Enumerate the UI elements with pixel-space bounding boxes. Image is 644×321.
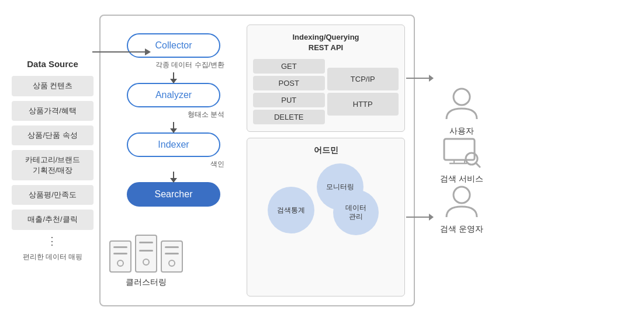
ds-item-4: 카테고리/브랜드 기획전/매장 bbox=[12, 150, 94, 180]
searcher-node: Searcher bbox=[127, 182, 220, 207]
ds-item-2: 상품가격/혜택 bbox=[12, 101, 94, 121]
pipeline-container: Collector 각종 데이터 수집/변환 Analyzer 형태소 분석 I… bbox=[118, 33, 229, 207]
ds-item-6: 매출/추천/클릭 bbox=[12, 210, 94, 229]
method-post: POST bbox=[253, 76, 325, 90]
ds-item-1: 상품 컨텐츠 bbox=[12, 76, 94, 96]
indexing-grid: GET POST PUT DELETE TCP/IP HTTP bbox=[253, 59, 399, 124]
search-service-icon bbox=[441, 137, 482, 169]
indexing-box: Indexing/Querying REST API GET POST PUT … bbox=[247, 25, 405, 132]
api-methods: GET POST PUT DELETE bbox=[253, 59, 325, 124]
ds-dots: ⋮ bbox=[47, 235, 58, 247]
analyzer-label: 형태소 분석 bbox=[188, 110, 224, 120]
user-item-3: 검색 운영자 bbox=[440, 184, 483, 235]
server-unit-1 bbox=[109, 240, 131, 273]
svg-rect-1 bbox=[444, 139, 475, 160]
arrow-2 bbox=[173, 122, 174, 132]
collector-label: 각종 데이터 수집/변환 bbox=[155, 60, 224, 70]
admin-box: 어드민 모니터링 검색통계 데이터 관리 bbox=[247, 138, 405, 296]
indexing-arrow bbox=[406, 75, 434, 82]
analyzer-node: Analyzer bbox=[127, 83, 220, 107]
user-item-1: 사용자 bbox=[444, 86, 479, 137]
user-label-1: 사용자 bbox=[449, 126, 474, 137]
arrow-head bbox=[145, 48, 151, 55]
protocol-http: HTTP bbox=[327, 93, 399, 116]
clustering-area: 클러스터링 bbox=[109, 235, 183, 288]
svg-line-5 bbox=[476, 163, 480, 167]
method-delete: DELETE bbox=[253, 110, 325, 124]
arrow-1 bbox=[173, 72, 174, 83]
main-box: Collector 각종 데이터 수집/변환 Analyzer 형태소 분석 I… bbox=[99, 15, 415, 306]
user-person-icon bbox=[444, 86, 479, 121]
ds-to-collector-arrow bbox=[92, 48, 151, 55]
arrow-line bbox=[92, 51, 145, 53]
data-source-section: Data Source 상품 컨텐츠 상품가격/혜택 상품/단품 속성 카테고리… bbox=[6, 59, 99, 261]
admin-title: 어드민 bbox=[253, 145, 399, 156]
user-label-2: 검색 서비스 bbox=[440, 174, 483, 184]
diagram-wrapper: Data Source 상품 컨텐츠 상품가격/혜택 상품/단품 속성 카테고리… bbox=[0, 0, 644, 321]
ds-item-5: 상품평/만족도 bbox=[12, 185, 94, 205]
method-get: GET bbox=[253, 59, 325, 74]
user-label-3: 검색 운영자 bbox=[440, 224, 483, 235]
admin-arrow bbox=[406, 214, 434, 221]
ds-bottom-label: 편리한 데이터 매핑 bbox=[23, 252, 83, 262]
data-source-title: Data Source bbox=[27, 59, 78, 69]
protocol-col: TCP/IP HTTP bbox=[327, 59, 399, 124]
pipeline-section: Collector 각종 데이터 수집/변환 Analyzer 형태소 분석 I… bbox=[101, 16, 241, 305]
indexer-label: 색인 bbox=[210, 159, 224, 169]
server-icons bbox=[109, 235, 183, 273]
indexing-title: Indexing/Querying REST API bbox=[253, 32, 399, 53]
search-stats-circle: 검색통계 bbox=[268, 187, 314, 233]
operator-person-icon bbox=[444, 184, 479, 219]
clustering-label: 클러스터링 bbox=[126, 277, 167, 288]
server-unit-2 bbox=[135, 235, 157, 273]
svg-point-6 bbox=[453, 187, 470, 203]
admin-circles-area: 모니터링 검색통계 데이터 관리 bbox=[253, 160, 399, 231]
method-put: PUT bbox=[253, 93, 325, 107]
right-section: Indexing/Querying REST API GET POST PUT … bbox=[241, 16, 414, 305]
user-item-2: 검색 서비스 bbox=[440, 137, 483, 184]
indexer-node: Indexer bbox=[127, 132, 220, 157]
arrow-3 bbox=[173, 172, 174, 182]
server-unit-3 bbox=[161, 240, 183, 273]
ds-item-3: 상품/단품 속성 bbox=[12, 125, 94, 145]
svg-point-0 bbox=[453, 89, 470, 105]
protocol-tcpip: TCP/IP bbox=[327, 68, 399, 90]
data-mgmt-circle: 데이터 관리 bbox=[333, 190, 379, 235]
